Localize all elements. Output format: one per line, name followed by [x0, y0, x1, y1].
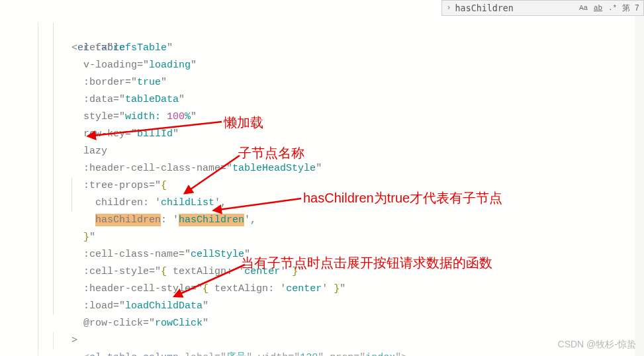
code-line: :header-cell-class-name="tableHeadStyle"	[0, 143, 644, 160]
search-result-count: 第 7	[622, 3, 639, 14]
annotation-childname: 子节点名称	[238, 144, 304, 162]
code-line: }"	[0, 212, 644, 229]
watermark: CSDN @牧杉-惊蛰	[558, 339, 636, 351]
code-editor[interactable]: <el-table ref="refsTable" v-loading="loa…	[0, 0, 644, 349]
search-input[interactable]	[455, 3, 575, 13]
code-line: :load="loadChildData"	[0, 281, 644, 298]
code-line: lazy	[0, 126, 644, 143]
code-line: ref="refsTable"	[0, 22, 644, 40]
find-replace-bar[interactable]: › Aa ab .* 第 7	[441, 0, 644, 16]
code-line: :cell-class-name="cellStyle"	[0, 229, 644, 246]
code-line: :data="tableData"	[0, 74, 644, 91]
annotation-haschildren: hasChildren为true才代表有子节点	[303, 189, 502, 207]
case-sensitive-icon[interactable]: Aa	[578, 3, 589, 13]
regex-icon[interactable]: .*	[608, 3, 618, 13]
code-line: >	[0, 315, 644, 332]
code-line: v-loading="loading"	[0, 40, 644, 57]
code-line: style="width: 100%"	[0, 91, 644, 109]
whole-word-icon[interactable]: ab	[593, 3, 604, 13]
code-line: :tree-props="{	[0, 160, 644, 177]
code-line: row-key="billId"	[0, 109, 644, 126]
chevron-right-icon[interactable]: ›	[446, 3, 451, 13]
code-line: @row-click="rowClick"	[0, 298, 644, 315]
code-line: :border="true"	[0, 57, 644, 74]
code-line: <el-table-column label="序号" width="120" …	[0, 332, 644, 349]
annotation-loadfn: 当有子节点时点击展开按钮请求数据的函数	[241, 254, 492, 272]
annotation-lazy: 懒加载	[224, 114, 263, 132]
